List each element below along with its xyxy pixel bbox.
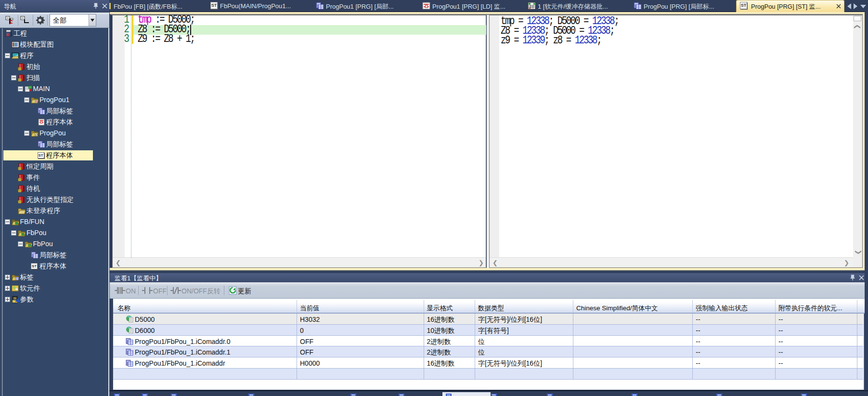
svg-text:ST: ST [35,133,39,136]
